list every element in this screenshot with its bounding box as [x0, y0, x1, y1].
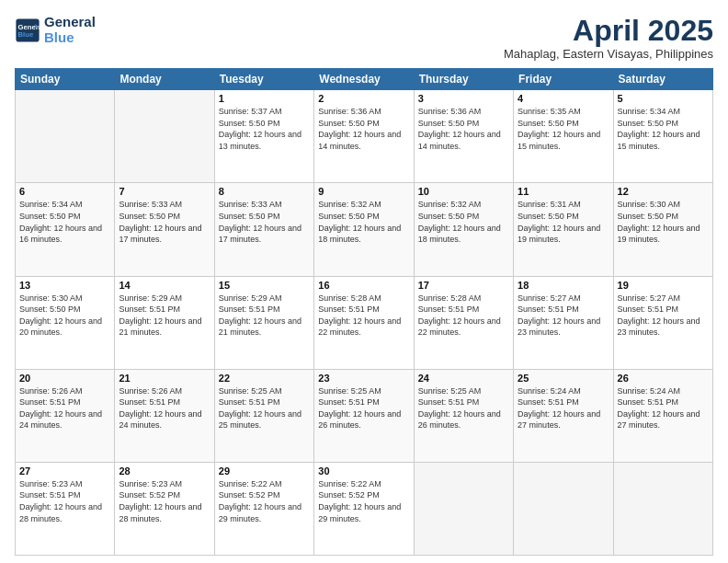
day-number: 24 [418, 373, 509, 384]
logo-icon: General Blue [15, 17, 40, 43]
day-info: Sunrise: 5:25 AMSunset: 5:51 PMDaylight:… [418, 385, 509, 431]
day-info: Sunrise: 5:27 AMSunset: 5:51 PMDaylight:… [618, 293, 709, 339]
header: General Blue General Blue April 2025 Mah… [15, 15, 713, 61]
day-info: Sunrise: 5:31 AMSunset: 5:50 PMDaylight:… [518, 199, 609, 245]
day-info: Sunrise: 5:22 AMSunset: 5:52 PMDaylight:… [219, 478, 310, 524]
day-info: Sunrise: 5:27 AMSunset: 5:51 PMDaylight:… [518, 293, 609, 339]
day-info: Sunrise: 5:25 AMSunset: 5:51 PMDaylight:… [219, 385, 310, 431]
header-monday: Monday [115, 69, 214, 90]
calendar-cell-5-2: 28Sunrise: 5:23 AMSunset: 5:52 PMDayligh… [115, 462, 214, 555]
day-info: Sunrise: 5:26 AMSunset: 5:51 PMDaylight:… [119, 385, 210, 431]
day-number: 19 [618, 280, 709, 291]
calendar-cell-5-3: 29Sunrise: 5:22 AMSunset: 5:52 PMDayligh… [214, 462, 313, 555]
title-block: April 2025 Mahaplag, Eastern Visayas, Ph… [504, 15, 713, 61]
svg-text:Blue: Blue [18, 30, 34, 39]
calendar-cell-4-6: 25Sunrise: 5:24 AMSunset: 5:51 PMDayligh… [514, 369, 613, 462]
week-row-4: 20Sunrise: 5:26 AMSunset: 5:51 PMDayligh… [16, 369, 713, 462]
calendar-cell-2-4: 9Sunrise: 5:32 AMSunset: 5:50 PMDaylight… [314, 183, 414, 276]
day-number: 12 [618, 186, 709, 197]
day-number: 21 [119, 373, 210, 384]
day-info: Sunrise: 5:25 AMSunset: 5:51 PMDaylight:… [318, 385, 409, 431]
day-info: Sunrise: 5:28 AMSunset: 5:51 PMDaylight:… [318, 293, 409, 339]
calendar-cell-1-5: 3Sunrise: 5:36 AMSunset: 5:50 PMDaylight… [414, 90, 513, 183]
day-info: Sunrise: 5:34 AMSunset: 5:50 PMDaylight:… [618, 106, 709, 152]
calendar-cell-2-7: 12Sunrise: 5:30 AMSunset: 5:50 PMDayligh… [613, 183, 712, 276]
day-number: 25 [518, 373, 609, 384]
calendar-cell-3-3: 15Sunrise: 5:29 AMSunset: 5:51 PMDayligh… [214, 276, 313, 369]
day-number: 26 [618, 373, 709, 384]
calendar-cell-1-1 [16, 90, 115, 183]
week-row-3: 13Sunrise: 5:30 AMSunset: 5:50 PMDayligh… [16, 276, 713, 369]
header-tuesday: Tuesday [214, 69, 313, 90]
day-info: Sunrise: 5:30 AMSunset: 5:50 PMDaylight:… [618, 199, 709, 245]
calendar-cell-5-5 [414, 462, 513, 555]
day-number: 14 [119, 280, 210, 291]
day-number: 20 [19, 373, 110, 384]
calendar-cell-4-5: 24Sunrise: 5:25 AMSunset: 5:51 PMDayligh… [414, 369, 513, 462]
day-info: Sunrise: 5:24 AMSunset: 5:51 PMDaylight:… [618, 385, 709, 431]
day-number: 8 [219, 186, 310, 197]
calendar-table: Sunday Monday Tuesday Wednesday Thursday… [15, 68, 713, 556]
calendar-cell-2-2: 7Sunrise: 5:33 AMSunset: 5:50 PMDaylight… [115, 183, 214, 276]
day-info: Sunrise: 5:30 AMSunset: 5:50 PMDaylight:… [19, 293, 110, 339]
day-info: Sunrise: 5:23 AMSunset: 5:51 PMDaylight:… [19, 478, 110, 524]
week-row-1: 1Sunrise: 5:37 AMSunset: 5:50 PMDaylight… [16, 90, 713, 183]
logo-text-general: General [44, 15, 96, 30]
day-number: 3 [418, 93, 509, 104]
day-number: 1 [219, 93, 310, 104]
page: General Blue General Blue April 2025 Mah… [0, 0, 728, 563]
day-info: Sunrise: 5:33 AMSunset: 5:50 PMDaylight:… [219, 199, 310, 245]
logo: General Blue General Blue [15, 15, 96, 45]
day-number: 30 [318, 465, 409, 477]
week-row-5: 27Sunrise: 5:23 AMSunset: 5:51 PMDayligh… [16, 462, 713, 555]
day-number: 13 [19, 280, 110, 291]
day-number: 18 [518, 280, 609, 291]
calendar-cell-1-2 [115, 90, 214, 183]
calendar-cell-4-4: 23Sunrise: 5:25 AMSunset: 5:51 PMDayligh… [314, 369, 414, 462]
logo-text-blue: Blue [44, 30, 96, 46]
calendar-cell-4-1: 20Sunrise: 5:26 AMSunset: 5:51 PMDayligh… [16, 369, 115, 462]
calendar-cell-1-4: 2Sunrise: 5:36 AMSunset: 5:50 PMDaylight… [314, 90, 414, 183]
calendar-cell-2-3: 8Sunrise: 5:33 AMSunset: 5:50 PMDaylight… [214, 183, 313, 276]
day-info: Sunrise: 5:35 AMSunset: 5:50 PMDaylight:… [518, 106, 609, 152]
day-number: 17 [418, 280, 509, 291]
day-info: Sunrise: 5:32 AMSunset: 5:50 PMDaylight:… [418, 199, 509, 245]
day-info: Sunrise: 5:22 AMSunset: 5:52 PMDaylight:… [318, 478, 409, 524]
day-info: Sunrise: 5:32 AMSunset: 5:50 PMDaylight:… [318, 199, 409, 245]
day-number: 28 [119, 465, 210, 477]
calendar-subtitle: Mahaplag, Eastern Visayas, Philippines [504, 47, 713, 61]
day-info: Sunrise: 5:28 AMSunset: 5:51 PMDaylight:… [418, 293, 509, 339]
calendar-cell-2-6: 11Sunrise: 5:31 AMSunset: 5:50 PMDayligh… [514, 183, 613, 276]
calendar-cell-3-5: 17Sunrise: 5:28 AMSunset: 5:51 PMDayligh… [414, 276, 513, 369]
day-number: 23 [318, 373, 409, 384]
day-info: Sunrise: 5:36 AMSunset: 5:50 PMDaylight:… [318, 106, 409, 152]
day-info: Sunrise: 5:29 AMSunset: 5:51 PMDaylight:… [119, 293, 210, 339]
day-info: Sunrise: 5:33 AMSunset: 5:50 PMDaylight:… [119, 199, 210, 245]
calendar-cell-4-7: 26Sunrise: 5:24 AMSunset: 5:51 PMDayligh… [613, 369, 712, 462]
day-info: Sunrise: 5:26 AMSunset: 5:51 PMDaylight:… [19, 385, 110, 431]
calendar-cell-1-6: 4Sunrise: 5:35 AMSunset: 5:50 PMDaylight… [514, 90, 613, 183]
day-number: 29 [219, 465, 310, 477]
calendar-cell-1-7: 5Sunrise: 5:34 AMSunset: 5:50 PMDaylight… [613, 90, 712, 183]
day-header-row: Sunday Monday Tuesday Wednesday Thursday… [16, 69, 713, 90]
day-number: 6 [19, 186, 110, 197]
day-number: 16 [318, 280, 409, 291]
day-number: 22 [219, 373, 310, 384]
calendar-cell-3-6: 18Sunrise: 5:27 AMSunset: 5:51 PMDayligh… [514, 276, 613, 369]
day-number: 2 [318, 93, 409, 104]
day-info: Sunrise: 5:34 AMSunset: 5:50 PMDaylight:… [19, 199, 110, 245]
calendar-cell-2-1: 6Sunrise: 5:34 AMSunset: 5:50 PMDaylight… [16, 183, 115, 276]
calendar-cell-5-6 [514, 462, 613, 555]
calendar-cell-3-4: 16Sunrise: 5:28 AMSunset: 5:51 PMDayligh… [314, 276, 414, 369]
header-saturday: Saturday [613, 69, 712, 90]
calendar-title: April 2025 [504, 15, 713, 47]
day-info: Sunrise: 5:37 AMSunset: 5:50 PMDaylight:… [219, 106, 310, 152]
day-number: 27 [19, 465, 110, 477]
calendar-cell-5-7 [613, 462, 712, 555]
day-info: Sunrise: 5:29 AMSunset: 5:51 PMDaylight:… [219, 293, 310, 339]
calendar-cell-2-5: 10Sunrise: 5:32 AMSunset: 5:50 PMDayligh… [414, 183, 513, 276]
header-friday: Friday [514, 69, 613, 90]
day-number: 9 [318, 186, 409, 197]
day-info: Sunrise: 5:36 AMSunset: 5:50 PMDaylight:… [418, 106, 509, 152]
day-info: Sunrise: 5:23 AMSunset: 5:52 PMDaylight:… [119, 478, 210, 524]
